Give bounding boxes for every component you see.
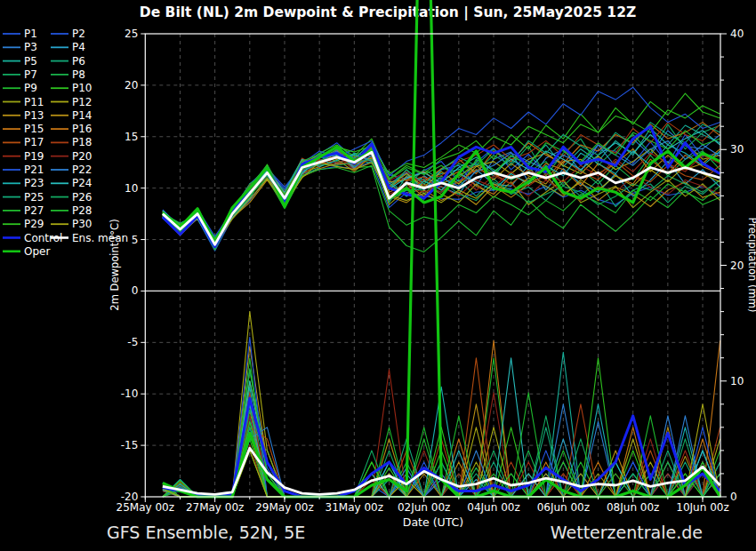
legend-item-P2: P2 [51, 28, 85, 40]
legend-label: P5 [24, 55, 37, 68]
right-tick-label: 40 [730, 28, 744, 40]
legend-label: P21 [24, 164, 44, 176]
left-tick-label: -5 [127, 336, 138, 348]
right-tick-label: 10 [730, 375, 744, 387]
legend-label: P16 [72, 123, 92, 135]
legend-item-P19: P19 [3, 150, 44, 163]
legend-label: P29 [24, 218, 44, 230]
legend-item-P28: P28 [51, 204, 92, 217]
x-tick-label: 08Jun 00z [607, 501, 659, 514]
series-lines [163, 0, 720, 497]
x-tick-label: 04Jun 00z [467, 501, 519, 514]
legend-label: P15 [24, 123, 44, 135]
legend-label: P2 [72, 28, 85, 40]
legend-item-P11: P11 [3, 96, 44, 108]
x-tick-label: 29May 00z [255, 501, 313, 514]
left-tick-label: -10 [121, 387, 139, 400]
legend-item-P24: P24 [51, 177, 92, 189]
right-tick-label: 30 [730, 143, 744, 156]
legend-item-P7: P7 [3, 68, 37, 81]
legend-label: P20 [72, 150, 92, 163]
legend-item-P18: P18 [51, 136, 92, 148]
footer-brand: Wetterzentrale.de [551, 523, 703, 542]
legend-label: Oper [24, 245, 50, 258]
left-tick-label: 0 [132, 284, 139, 297]
legend-item-P3: P3 [3, 41, 37, 53]
legend-label: P30 [72, 218, 92, 230]
legend-label: P25 [24, 191, 44, 204]
series-line-P25 [163, 123, 720, 247]
right-tick-label: 20 [730, 260, 744, 272]
legend-label: P18 [72, 136, 92, 148]
legend-item-P29: P29 [3, 218, 44, 230]
legend-label: P23 [24, 177, 44, 189]
legend-item-P4: P4 [51, 41, 85, 53]
left-tick-label: 25 [125, 28, 138, 40]
series-line-P29 [163, 106, 720, 240]
left-tick-label: 20 [125, 79, 138, 92]
legend-label: P26 [72, 191, 92, 204]
legend-item-P14: P14 [51, 109, 92, 122]
legend-label: P27 [24, 204, 44, 217]
x-tick-label: 02Jun 00z [398, 501, 450, 514]
meteogram-chart: De Bilt (NL) 2m Dewpoint & Precipitation… [0, 0, 756, 551]
x-tick-label: 25May 00z [117, 501, 174, 514]
legend-label: P17 [24, 136, 44, 148]
left-tick-label: 5 [132, 234, 139, 246]
legend-item-Oper: Oper [3, 245, 50, 258]
legend-item-P9: P9 [3, 82, 37, 94]
legend-label: P6 [72, 55, 85, 68]
x-tick-label: 06Jun 00z [537, 501, 590, 514]
legend-item-P5: P5 [3, 55, 37, 68]
legend-label: P22 [72, 164, 92, 176]
legend-label: Ens. mean [72, 232, 128, 244]
legend-item-P15: P15 [3, 123, 44, 135]
left-tick-label: -15 [121, 439, 139, 451]
page-title: De Bilt (NL) 2m Dewpoint & Precipitation… [140, 4, 636, 21]
legend-item-P23: P23 [3, 177, 44, 189]
legend-item-P30: P30 [51, 218, 92, 230]
legend-item-P26: P26 [51, 191, 92, 204]
x-tick-label: 10Jun 00z [676, 501, 728, 514]
legend-item-P10: P10 [51, 82, 92, 94]
legend-item-P25: P25 [3, 191, 44, 204]
series-line-P21 [163, 87, 720, 245]
legend-item-P17: P17 [3, 136, 44, 148]
legend-item-P16: P16 [51, 123, 92, 135]
right-tick-label: 0 [730, 491, 737, 503]
x-axis-label: Date (UTC) [403, 515, 463, 529]
legend-item-P21: P21 [3, 164, 44, 176]
legend-label: P4 [72, 41, 85, 53]
legend-label: P11 [24, 96, 44, 108]
left-tick-label: 15 [125, 131, 138, 143]
legend-item-P8: P8 [51, 68, 85, 81]
meteogram-page: De Bilt (NL) 2m Dewpoint & Precipitation… [0, 0, 756, 551]
legend-label: P19 [24, 150, 44, 163]
legend-item-P12: P12 [51, 96, 92, 108]
legend-label: P8 [72, 68, 85, 81]
legend-item-P27: P27 [3, 204, 44, 217]
legend-item-P22: P22 [51, 164, 92, 176]
legend-label: P28 [72, 204, 92, 217]
legend-label: P3 [24, 41, 37, 53]
x-tick-label: 27May 00z [186, 501, 244, 514]
legend-label: P7 [24, 68, 37, 81]
legend-item-P1: P1 [3, 28, 37, 40]
legend-label: P24 [72, 177, 92, 189]
legend-label: P14 [72, 109, 92, 122]
legend-label: P13 [24, 109, 44, 122]
footer-model-info: GFS Ensemble, 52N, 5E [107, 523, 305, 542]
legend-item-P20: P20 [51, 150, 92, 163]
left-tick-label: 10 [125, 182, 138, 195]
legend-label: P12 [72, 96, 92, 108]
legend-label: P10 [72, 82, 92, 94]
legend-label: P9 [24, 82, 37, 94]
legend-item-P13: P13 [3, 109, 44, 122]
legend-label: P1 [24, 28, 37, 40]
x-tick-label: 31May 00z [326, 501, 383, 514]
legend-item-P6: P6 [51, 55, 85, 68]
y-axis-label-right: Precipitation (mm) [746, 218, 756, 313]
